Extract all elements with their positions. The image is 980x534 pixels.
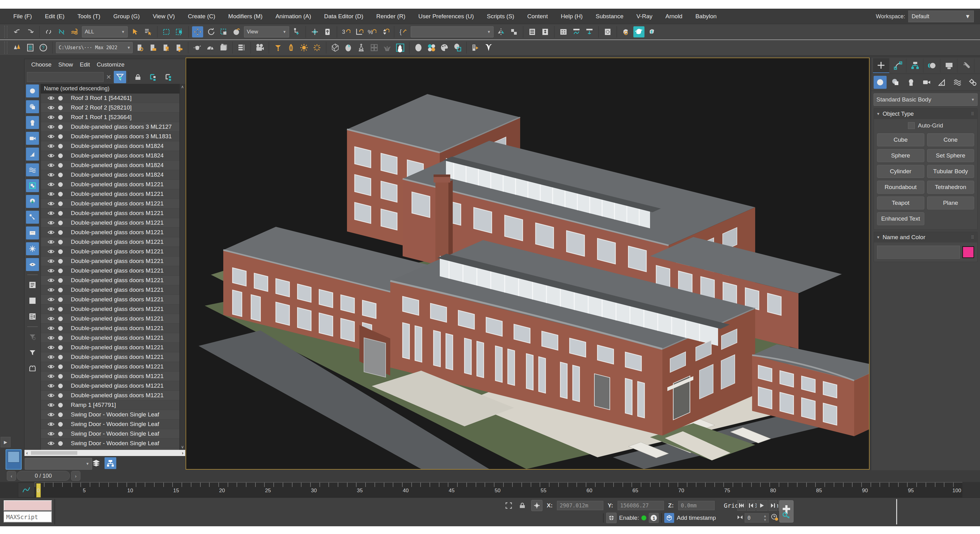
prev-key-icon[interactable] <box>747 500 756 511</box>
show-shapes-icon[interactable] <box>26 100 39 113</box>
renderable-dot-icon[interactable] <box>58 105 63 110</box>
cat-spacewarps[interactable] <box>951 76 964 89</box>
time-config-icon[interactable] <box>771 513 779 523</box>
show-xrefs-icon[interactable] <box>26 195 39 208</box>
list-item[interactable]: Swing Door - Wooden Single Leaf <box>41 410 179 419</box>
visibility-eye-icon[interactable] <box>48 335 55 340</box>
visibility-eye-icon[interactable] <box>48 220 55 225</box>
schematic-view-icon[interactable] <box>584 26 595 37</box>
percent-snap-icon[interactable]: % <box>366 26 378 37</box>
x-field[interactable]: 2907.012m <box>557 501 603 510</box>
visibility-eye-icon[interactable] <box>48 326 55 331</box>
cat-geometry[interactable] <box>873 76 887 89</box>
layers-stack-icon[interactable] <box>90 457 102 469</box>
renderable-dot-icon[interactable] <box>58 115 63 120</box>
list-item[interactable]: Swing Door - Wooden Single Leaf <box>41 429 179 439</box>
renderable-dot-icon[interactable] <box>58 201 63 206</box>
light-free-spot-icon[interactable] <box>285 42 297 53</box>
render-production-icon[interactable] <box>633 26 644 37</box>
scroll-down-icon[interactable]: ∨ <box>181 445 184 449</box>
menu-item-v-ray[interactable]: V-Ray <box>630 9 659 24</box>
renderable-dot-icon[interactable] <box>58 230 63 235</box>
list-item[interactable]: Double-paneled glass doors M1221 <box>41 381 179 391</box>
list-item[interactable]: Double-paneled glass doors M1824 <box>41 151 179 161</box>
list-item[interactable]: Double-paneled glass doors M1221 <box>41 352 179 362</box>
object-type-cube-button[interactable]: Cube <box>877 133 924 146</box>
transmitter-icon[interactable] <box>356 42 367 53</box>
renderable-dot-icon[interactable] <box>58 211 63 216</box>
menu-item-modifiers-m[interactable]: Modifiers (M) <box>222 9 269 24</box>
visibility-eye-icon[interactable] <box>48 345 55 350</box>
select-object-icon[interactable] <box>130 26 141 37</box>
manipulate-icon[interactable] <box>309 26 320 37</box>
toolbar-grip2[interactable] <box>4 41 8 54</box>
renderable-dot-icon[interactable] <box>58 173 63 177</box>
visibility-eye-icon[interactable] <box>48 268 55 273</box>
visibility-eye-icon[interactable] <box>48 297 55 302</box>
curve-editor-icon[interactable] <box>571 26 582 37</box>
menu-item-render-r[interactable]: Render (R) <box>370 9 412 24</box>
scroll-up-icon[interactable]: ∧ <box>181 84 184 89</box>
current-frame-field[interactable]: 0▲▼ <box>745 513 769 523</box>
list-item[interactable]: Double-paneled glass doors M1221 <box>41 295 179 304</box>
renderable-dot-icon[interactable] <box>58 249 63 254</box>
visibility-eye-icon[interactable] <box>48 143 55 148</box>
menu-item-file-f[interactable]: File (F) <box>7 9 38 24</box>
list-item[interactable]: Roof 3 Roof 1 [544261] <box>41 93 179 103</box>
show-lights-icon[interactable] <box>26 116 39 129</box>
scroll-left-icon[interactable]: ‹ <box>26 451 28 456</box>
menu-item-tools-t[interactable]: Tools (T) <box>71 9 107 24</box>
visibility-eye-icon[interactable] <box>48 287 55 292</box>
renderable-dot-icon[interactable] <box>58 326 63 331</box>
link-file-icon[interactable] <box>161 42 172 53</box>
object-type-enhanced-text-button[interactable]: Enhanced Text <box>877 212 924 225</box>
detail-view-icon[interactable] <box>26 310 39 323</box>
renderable-dot-icon[interactable] <box>58 355 63 360</box>
ribbon-toggle-icon[interactable] <box>558 26 569 37</box>
visibility-eye-icon[interactable] <box>48 355 55 360</box>
renderable-dot-icon[interactable] <box>58 422 63 427</box>
visibility-eye-icon[interactable] <box>48 172 55 177</box>
move-icon[interactable] <box>192 26 203 37</box>
y-field[interactable]: 156086.27 <box>617 501 664 510</box>
object-type-cylinder-button[interactable]: Cylinder <box>877 165 924 178</box>
visibility-eye-icon[interactable] <box>48 115 55 120</box>
visibility-eye-icon[interactable] <box>48 383 55 388</box>
renderable-dot-icon[interactable] <box>58 413 63 417</box>
filter-settings-icon[interactable] <box>26 330 39 343</box>
edit-named-sets-icon[interactable]: { <box>398 26 409 37</box>
maxscript-input[interactable] <box>4 500 52 511</box>
visibility-eye-icon[interactable] <box>48 124 55 129</box>
render-iterative-icon[interactable] <box>646 26 657 37</box>
renderable-dot-icon[interactable] <box>58 125 63 129</box>
renderable-dot-icon[interactable] <box>58 307 63 312</box>
physical-material-icon[interactable] <box>343 42 354 53</box>
object-type-sphere-button[interactable]: Sphere <box>877 149 924 162</box>
physical-geometry-icon[interactable] <box>330 42 341 53</box>
show-frozen-icon[interactable] <box>26 242 39 255</box>
vray-logo-icon[interactable] <box>483 42 494 53</box>
visibility-eye-icon[interactable] <box>48 96 55 100</box>
visibility-eye-icon[interactable] <box>48 441 55 446</box>
visibility-eye-icon[interactable] <box>48 431 55 436</box>
cat-cameras[interactable] <box>920 76 933 89</box>
sphere-preview-icon[interactable] <box>413 42 424 53</box>
play-icon[interactable] <box>756 500 768 511</box>
renderable-dot-icon[interactable] <box>58 144 63 148</box>
list-item[interactable]: Double-paneled glass doors 3 ML1831 <box>41 132 179 141</box>
renderable-dot-icon[interactable] <box>58 297 63 302</box>
visibility-eye-icon[interactable] <box>48 153 55 158</box>
renderable-dot-icon[interactable] <box>58 288 63 292</box>
renderable-dot-icon[interactable] <box>58 441 63 446</box>
named-sets-dropdown[interactable]: ▼ <box>410 26 493 37</box>
renderable-dot-icon[interactable] <box>58 393 63 398</box>
visibility-eye-icon[interactable] <box>48 134 55 139</box>
light-target-spot-icon[interactable] <box>272 42 283 53</box>
z-field[interactable]: 0.0mm <box>678 501 715 510</box>
visibility-eye-icon[interactable] <box>48 201 55 206</box>
asset-list-icon[interactable] <box>236 42 247 53</box>
scene-explorer-toggle-icon[interactable] <box>527 26 538 37</box>
redo-icon[interactable] <box>25 26 36 37</box>
renderable-dot-icon[interactable] <box>58 345 63 350</box>
open-folder-icon[interactable] <box>148 42 159 53</box>
